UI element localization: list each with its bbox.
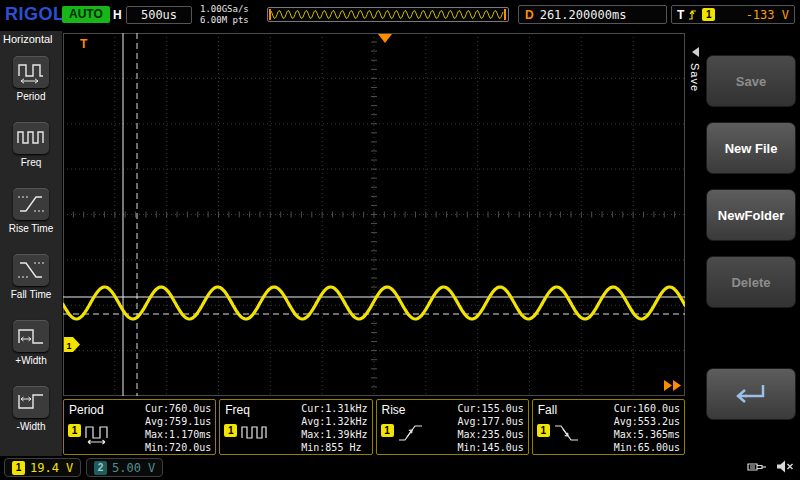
waveform-display[interactable]: T1 xyxy=(63,33,685,396)
usb-icon xyxy=(747,460,767,474)
timebase-readout[interactable]: 500us xyxy=(126,6,192,24)
meas-min: Min:720.0us xyxy=(145,441,211,454)
d-label: D xyxy=(525,8,534,22)
meas-max: Max:5.365ms xyxy=(614,428,680,441)
acquisition-info: 1.00GSa/s 6.00M pts xyxy=(200,4,249,26)
collapse-arrow-icon xyxy=(692,47,699,57)
measurement-name: Period xyxy=(69,403,104,417)
sidebar-item-label: Freq xyxy=(21,157,42,168)
channel-1-badge: 1 xyxy=(12,461,25,475)
graticule: T1 xyxy=(63,33,685,396)
speaker-muted-icon xyxy=(776,459,794,474)
rise-time-icon xyxy=(13,188,49,220)
meas-avg: Avg:1.32kHz xyxy=(301,415,367,428)
sidebar-item-period[interactable]: Period xyxy=(0,56,62,113)
measurement-panel-fall[interactable]: Fall 1 Cur:160.0us Avg:553.2us Max:5.365… xyxy=(532,399,685,455)
measurement-panel-freq[interactable]: Freq 1 Cur:1.31kHz Avg:1.32kHz Max:1.39k… xyxy=(219,399,372,455)
meas-cur: Cur:160.0us xyxy=(614,402,680,415)
return-arrow-icon xyxy=(730,379,772,409)
channel-2-scale: 5.00 V xyxy=(112,461,155,475)
meas-avg: Avg:553.2us xyxy=(614,415,680,428)
sidebar-title: Horizontal xyxy=(0,31,62,47)
sidebar-item-fall-time[interactable]: Fall Time xyxy=(0,254,62,311)
channel-2-badge: 2 xyxy=(94,461,107,475)
period-meas-icon xyxy=(84,422,112,450)
trigger-label: T xyxy=(677,8,684,22)
meas-avg: Avg:177.0us xyxy=(458,415,524,428)
pos-width-icon xyxy=(13,320,49,352)
rise-meas-icon xyxy=(397,422,425,450)
period-icon xyxy=(13,56,49,88)
channel-1-scale: 19.4 V xyxy=(30,461,73,475)
meas-cur: Cur:155.0us xyxy=(458,402,524,415)
freq-icon xyxy=(13,122,49,154)
channel-1-status[interactable]: 1 19.4 V xyxy=(4,458,81,477)
measure-sidebar: Horizontal Period Freq Rise Time Fall Ti… xyxy=(0,31,62,456)
meas-avg: Avg:759.1us xyxy=(145,415,211,428)
trigger-channel-badge: 1 xyxy=(702,8,715,21)
channel-2-status[interactable]: 2 5.00 V xyxy=(86,458,163,477)
measurement-name: Freq xyxy=(225,403,250,417)
trigger-level-value: -133 V xyxy=(719,8,789,22)
measurement-results: Period 1 Cur:760.0us Avg:759.1us Max:1.1… xyxy=(63,399,685,455)
memory-depth: 6.00M pts xyxy=(200,15,249,26)
sidebar-item-neg-width[interactable]: -Width xyxy=(0,386,62,443)
delete-button[interactable]: Delete xyxy=(706,256,796,308)
trigger-readout[interactable]: T 1 -133 V xyxy=(671,5,795,24)
measurement-panel-period[interactable]: Period 1 Cur:760.0us Avg:759.1us Max:1.1… xyxy=(63,399,216,455)
delay-readout[interactable]: D 261.200000ms xyxy=(518,5,667,24)
sidebar-item-label: Fall Time xyxy=(11,289,52,300)
rigol-logo: RIGOL xyxy=(5,4,65,25)
new-folder-button[interactable]: NewFolder xyxy=(706,189,796,241)
sample-rate: 1.00GSa/s xyxy=(200,4,249,15)
preview-waveform xyxy=(268,8,508,21)
sidebar-item-rise-time[interactable]: Rise Time xyxy=(0,188,62,245)
status-bar: 1 19.4 V 2 5.00 V xyxy=(0,456,800,480)
timebase-value: 500us xyxy=(141,8,177,22)
meas-min: Min:855 Hz xyxy=(301,441,367,454)
measurement-panel-rise[interactable]: Rise 1 Cur:155.0us Avg:177.0us Max:235.0… xyxy=(376,399,529,455)
h-label: H xyxy=(113,8,122,22)
channel-1-badge: 1 xyxy=(381,424,394,437)
sidebar-item-label: +Width xyxy=(15,355,46,366)
t-reference-marker: T xyxy=(80,37,88,51)
meas-max: Max:235.0us xyxy=(458,428,524,441)
run-status-badge[interactable]: AUTO xyxy=(62,6,110,23)
sidebar-item-freq[interactable]: Freq xyxy=(0,122,62,179)
meas-min: Min:65.00us xyxy=(614,441,680,454)
oscilloscope-screen: RIGOL AUTO H 500us 1.00GSa/s 6.00M pts D… xyxy=(0,0,800,480)
neg-width-icon xyxy=(13,386,49,418)
channel-1-badge: 1 xyxy=(537,424,550,437)
measurement-name: Fall xyxy=(538,403,557,417)
rising-edge-icon xyxy=(688,8,698,21)
delay-indicator-arrow xyxy=(664,380,672,391)
meas-min: Min:145.0us xyxy=(458,441,524,454)
top-bar: RIGOL AUTO H 500us 1.00GSa/s 6.00M pts D… xyxy=(0,0,800,31)
sidebar-item-label: Period xyxy=(17,91,46,102)
softkey-menu: Save Save New File NewFolder Delete xyxy=(686,31,800,456)
channel-1-badge: 1 xyxy=(224,424,237,437)
sidebar-item-label: -Width xyxy=(17,421,46,432)
waveform-preview-strip[interactable] xyxy=(267,7,509,22)
sidebar-item-label: Rise Time xyxy=(9,223,53,234)
meas-cur: Cur:1.31kHz xyxy=(301,402,367,415)
channel-1-badge: 1 xyxy=(68,424,81,437)
sidebar-item-pos-width[interactable]: +Width xyxy=(0,320,62,377)
delay-indicator-arrow xyxy=(673,380,681,391)
svg-text:1: 1 xyxy=(67,341,72,351)
meas-max: Max:1.39kHz xyxy=(301,428,367,441)
measurement-name: Rise xyxy=(382,403,406,417)
freq-meas-icon xyxy=(240,422,268,450)
menu-tab-label: Save xyxy=(689,63,701,92)
menu-tab-save[interactable]: Save xyxy=(686,47,704,133)
fall-time-icon xyxy=(13,254,49,286)
meas-max: Max:1.170ms xyxy=(145,428,211,441)
save-button[interactable]: Save xyxy=(706,55,796,107)
back-button[interactable] xyxy=(706,368,796,420)
new-file-button[interactable]: New File xyxy=(706,122,796,174)
trigger-position-marker xyxy=(378,34,392,43)
fall-meas-icon xyxy=(553,422,581,450)
meas-cur: Cur:760.0us xyxy=(145,402,211,415)
delay-value: 261.200000ms xyxy=(540,8,627,22)
